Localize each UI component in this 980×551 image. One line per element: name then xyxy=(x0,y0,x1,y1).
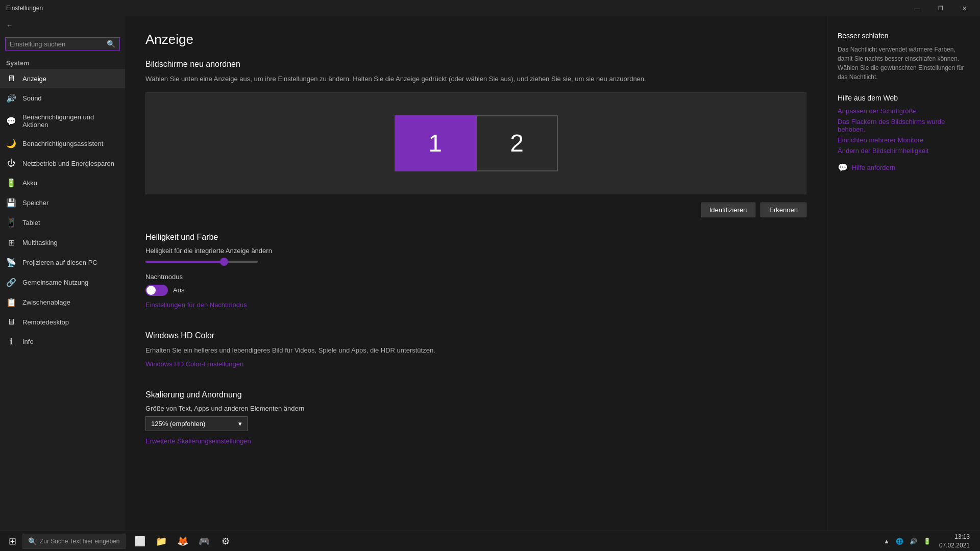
brightness-slider[interactable] xyxy=(145,261,258,263)
taskbar-clock[interactable]: 13:13 07.02.2021 xyxy=(935,533,974,550)
back-button[interactable]: ← xyxy=(0,16,125,34)
monitor-1[interactable]: 1 xyxy=(395,115,476,171)
slider-thumb[interactable] xyxy=(220,258,228,266)
help-row: 💬 Hilfe anfordern xyxy=(838,163,970,172)
sidebar-item-sound[interactable]: 🔊 Sound xyxy=(0,88,125,108)
hd-settings-link[interactable]: Windows HD Color-Einstellungen xyxy=(145,360,243,368)
night-mode-status: Aus xyxy=(173,286,184,294)
night-mode-row: Nachtmodus xyxy=(145,273,806,281)
taskbar-app-discord[interactable]: 🎮 xyxy=(194,531,214,552)
taskbar-app-settings[interactable]: ⚙ xyxy=(215,531,236,552)
projizieren-icon: 📡 xyxy=(6,258,16,267)
sidebar-item-info[interactable]: ℹ Info xyxy=(0,332,125,352)
sidebar-item-label: Sound xyxy=(22,94,119,102)
discord-icon: 🎮 xyxy=(199,536,210,547)
monitor-buttons: Identifizieren Erkennen xyxy=(145,203,806,217)
anzeige-icon: 🖥 xyxy=(6,74,16,83)
battery-icon: 🔋 xyxy=(923,538,931,545)
section-label: System xyxy=(0,57,125,69)
sleep-title: Besser schlafen xyxy=(838,32,970,40)
hd-title: Windows HD Color xyxy=(145,331,806,340)
tray-battery[interactable]: 🔋 xyxy=(921,531,933,552)
tray-volume[interactable]: 🔊 xyxy=(908,531,919,552)
sidebar-item-remotedesktop[interactable]: 🖥 Remotedesktop xyxy=(0,312,125,332)
rearrange-title: Bildschirme neu anordnen xyxy=(145,60,806,69)
sidebar-item-akku[interactable]: 🔋 Akku xyxy=(0,173,125,193)
back-icon: ← xyxy=(6,21,13,29)
tray-expand-icon: ▲ xyxy=(884,538,890,545)
sidebar-item-label: Zwischenablage xyxy=(22,298,119,306)
sidebar-item-label: Akku xyxy=(22,179,119,187)
scaling-dropdown[interactable]: 125% (empfohlen) ▾ xyxy=(145,416,248,431)
taskbar-search[interactable]: 🔍 Zur Suche Text hier eingeben xyxy=(22,534,126,549)
explorer-icon: 📁 xyxy=(156,536,167,547)
sidebar-item-benachrichtigungsassistent[interactable]: 🌙 Benachrichtigungsassistent xyxy=(0,134,125,154)
right-link-helligkeit[interactable]: Ändern der Bildschirmhelligkeit xyxy=(838,147,970,155)
search-box[interactable]: 🔍 xyxy=(5,37,120,51)
search-input[interactable] xyxy=(10,40,107,48)
taskbar-right: ▲ 🌐 🔊 🔋 13:13 07.02.2021 xyxy=(881,531,978,552)
multitasking-icon: ⊞ xyxy=(6,238,16,247)
sidebar-item-label: Benachrichtigungen und Aktionen xyxy=(22,113,119,129)
web-help-title: Hilfe aus dem Web xyxy=(838,94,970,102)
sidebar-item-multitasking[interactable]: ⊞ Multitasking xyxy=(0,233,125,253)
sidebar-item-gemeinsame[interactable]: 🔗 Gemeinsame Nutzung xyxy=(0,272,125,292)
right-link-flackern[interactable]: Das Flackern des Bildschirms wurde behob… xyxy=(838,118,970,133)
sidebar-item-tablet[interactable]: 📱 Tablet xyxy=(0,213,125,233)
search-icon[interactable]: 🔍 xyxy=(107,40,115,48)
sidebar-item-zwischenablage[interactable]: 📋 Zwischenablage xyxy=(0,292,125,312)
rearrange-desc: Wählen Sie unten eine Anzeige aus, um ih… xyxy=(145,74,806,84)
taskbar-app-explorer[interactable]: 📁 xyxy=(151,531,172,552)
page-title: Anzeige xyxy=(145,32,806,47)
taskbar-app-firefox[interactable]: 🦊 xyxy=(173,531,193,552)
right-link-schriftgroesse[interactable]: Anpassen der Schriftgröße xyxy=(838,107,970,115)
sidebar-item-benachrichtigungen[interactable]: 💬 Benachrichtigungen und Aktionen xyxy=(0,108,125,134)
taskbar-search-icon: 🔍 xyxy=(28,537,37,545)
right-link-monitore[interactable]: Einrichten mehrerer Monitore xyxy=(838,136,970,144)
monitor-2[interactable]: 2 xyxy=(476,115,558,171)
minimize-button[interactable]: — xyxy=(905,0,929,16)
benachrichtigungen-icon: 💬 xyxy=(6,116,16,126)
night-mode-toggle[interactable] xyxy=(145,285,168,296)
content-area: Anzeige Bildschirme neu anordnen Wählen … xyxy=(125,16,827,531)
night-mode-settings-link[interactable]: Einstellungen für den Nachtmodus xyxy=(145,301,247,309)
network-icon: 🌐 xyxy=(896,538,903,545)
sidebar-item-speicher[interactable]: 💾 Speicher xyxy=(0,193,125,213)
taskbar-search-text: Zur Suche Text hier eingeben xyxy=(40,538,120,545)
tray-expand[interactable]: ▲ xyxy=(881,531,892,552)
window-controls: — ❐ ✕ xyxy=(905,0,976,16)
advanced-scaling-link[interactable]: Erweiterte Skalierungseinstellungen xyxy=(145,437,251,445)
info-icon: ℹ xyxy=(6,337,16,346)
rearrange-section: Bildschirme neu anordnen Wählen Sie unte… xyxy=(145,60,806,217)
gemeinsame-icon: 🔗 xyxy=(6,278,16,287)
close-button[interactable]: ✕ xyxy=(952,0,976,16)
taskview-icon: ⬜ xyxy=(134,536,145,547)
sidebar-item-projizieren[interactable]: 📡 Projizieren auf diesen PC xyxy=(0,253,125,272)
brightness-label: Helligkeit für die integrierte Anzeige ä… xyxy=(145,247,806,255)
slider-fill xyxy=(145,261,224,263)
tray-network[interactable]: 🌐 xyxy=(894,531,905,552)
taskbar-app-taskview[interactable]: ⬜ xyxy=(130,531,150,552)
firefox-icon: 🦊 xyxy=(177,536,188,547)
sidebar-item-anzeige[interactable]: 🖥 Anzeige xyxy=(0,69,125,88)
main-container: ← 🔍 System 🖥 Anzeige 🔊 Sound 💬 Benachric… xyxy=(0,16,980,531)
netzbetrieb-icon: ⏻ xyxy=(6,159,16,168)
sidebar-item-label: Speicher xyxy=(22,199,119,207)
scaling-section: Skalierung und Anordnung Größe von Text,… xyxy=(145,390,806,455)
brightness-section: Helligkeit und Farbe Helligkeit für die … xyxy=(145,233,806,319)
detect-button[interactable]: Erkennen xyxy=(761,203,806,217)
clock-date: 07.02.2021 xyxy=(939,541,970,550)
chevron-down-icon: ▾ xyxy=(238,420,242,428)
identify-button[interactable]: Identifizieren xyxy=(701,203,756,217)
help-link[interactable]: Hilfe anfordern xyxy=(852,164,895,171)
speicher-icon: 💾 xyxy=(6,198,16,208)
start-button[interactable]: ⊞ xyxy=(2,531,22,552)
night-mode-toggle-row: Aus xyxy=(145,285,806,296)
scaling-title: Skalierung und Anordnung xyxy=(145,390,806,399)
sidebar-item-netzbetrieb[interactable]: ⏻ Netzbetrieb und Energiesparen xyxy=(0,154,125,173)
volume-icon: 🔊 xyxy=(910,538,917,545)
sidebar-item-label: Benachrichtigungsassistent xyxy=(22,140,119,147)
settings-icon: ⚙ xyxy=(222,536,230,547)
restore-button[interactable]: ❐ xyxy=(929,0,952,16)
sidebar: ← 🔍 System 🖥 Anzeige 🔊 Sound 💬 Benachric… xyxy=(0,16,125,531)
